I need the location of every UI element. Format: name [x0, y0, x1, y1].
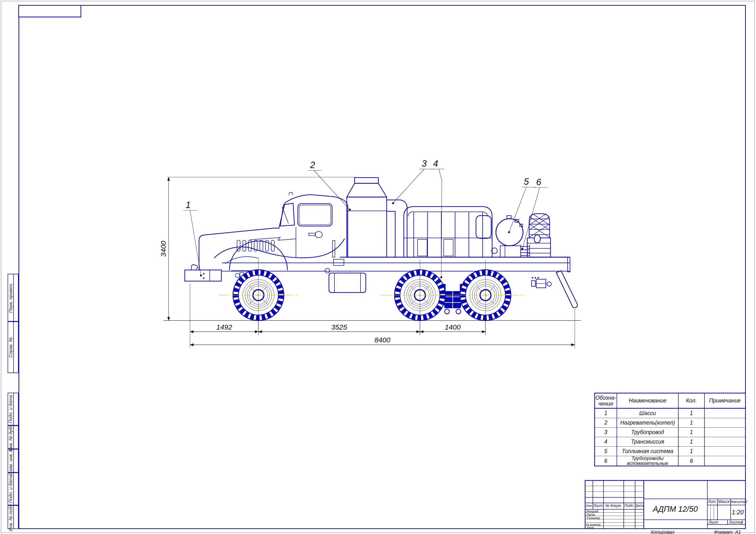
- dimension-total-length-label: 8400: [375, 336, 391, 344]
- wheels: [219, 259, 525, 333]
- table-cell: [705, 456, 745, 466]
- table-cell: Топливная система: [617, 447, 679, 456]
- rear-equipment: [531, 271, 578, 308]
- drawing-sheet: Перв. примен. Справ. № Подп. и дата Инв.…: [0, 0, 756, 534]
- tb-label-izm: Изм.: [586, 504, 593, 507]
- format-value: А1: [735, 529, 741, 534]
- fuel-system-tank: [492, 216, 523, 257]
- tb-label-masshtab: Масштаб: [730, 499, 745, 504]
- tank-frame: [404, 206, 492, 257]
- table-cell: 5: [595, 447, 617, 456]
- callout-3-label: 3: [421, 159, 427, 169]
- dimensions: [167, 177, 575, 348]
- parts-table: Обозна-чение Наименование Кол. Примечани…: [594, 393, 746, 466]
- hose-basket: [527, 214, 551, 257]
- table-cell: 1: [679, 437, 705, 447]
- table-cell: [705, 428, 745, 437]
- table-cell: Трубопроводы вспомагательные: [617, 456, 679, 466]
- table-cell: 4: [595, 437, 617, 447]
- tb-label-utv: Утв.: [586, 526, 594, 530]
- table-cell: 6: [679, 456, 705, 466]
- table-cell: [705, 409, 745, 418]
- table-cell: [705, 447, 745, 456]
- callout-1-label: 1: [185, 200, 191, 210]
- callout-leaders: [183, 169, 548, 278]
- parts-table-header-name: Наименование: [617, 393, 679, 409]
- callout-6-label: 6: [536, 177, 541, 187]
- tb-label-massa: Масса: [717, 499, 730, 504]
- callout-2-label: 2: [310, 160, 315, 170]
- parts-table-header-note: Примечание: [705, 393, 745, 409]
- auxiliary-piping: [521, 245, 530, 257]
- parts-table-header-qty: Кол.: [679, 393, 705, 409]
- dimension-bogie-label: 1400: [445, 323, 461, 331]
- tb-label-listov: Листов: [729, 520, 743, 524]
- tb-label-list: Лист: [593, 504, 603, 508]
- cab-and-hood: [185, 192, 348, 281]
- tb-label-data: Дата: [635, 504, 644, 507]
- dimension-height-label: 3400: [159, 241, 167, 257]
- document-title: АДПМ 12/50: [644, 499, 707, 520]
- table-cell: 1: [679, 447, 705, 456]
- callout-5-label: 5: [524, 177, 529, 187]
- tb-label-tkontr: Т.контр.: [586, 516, 601, 520]
- tb-label-list2: Лист: [709, 520, 718, 524]
- heater-boiler: [347, 177, 387, 257]
- title-block: Изм. Лист № докум. Подп. Дата Разраб. Пр…: [585, 480, 746, 529]
- tb-label-lit: Лит.: [707, 499, 717, 504]
- dimension-wheelbase-label: 3525: [331, 323, 347, 331]
- table-cell: 1: [595, 409, 617, 418]
- table-cell: Трубопровод: [617, 428, 679, 437]
- table-cell: Нагреватель(котел): [617, 418, 679, 428]
- tb-label-podp: Подп.: [624, 504, 635, 508]
- parts-table-header-designation: Обозна-чение: [595, 393, 617, 409]
- table-cell: [705, 418, 745, 428]
- table-cell: 1: [679, 418, 705, 428]
- copied-label: Копировал: [641, 529, 684, 534]
- table-cell: 6: [595, 456, 617, 466]
- table-cell: 2: [595, 418, 617, 428]
- table-cell: Шасси: [617, 409, 679, 418]
- format-label: Формат: [714, 529, 733, 534]
- table-cell: Трансмиссия: [617, 437, 679, 447]
- dimension-front-overhang-label: 1492: [216, 323, 232, 331]
- scale-value: 1:20: [730, 505, 745, 520]
- callout-4-label: 4: [433, 159, 438, 169]
- table-cell: 1: [679, 428, 705, 437]
- tb-listov-value: 1: [741, 520, 743, 524]
- table-cell: [705, 437, 745, 447]
- tb-label-ndokum: № докум.: [604, 504, 623, 508]
- table-cell: 3: [595, 428, 617, 437]
- table-cell: 1: [679, 409, 705, 418]
